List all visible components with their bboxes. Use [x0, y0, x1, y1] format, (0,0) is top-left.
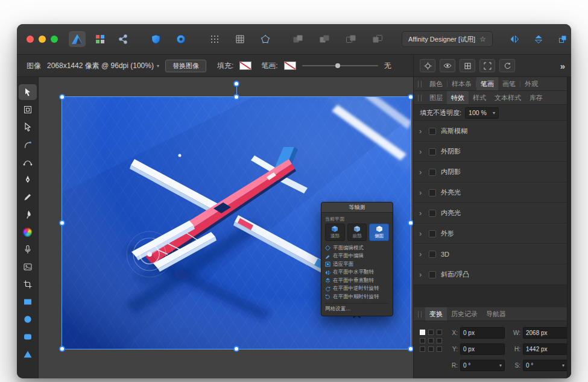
tab-layers[interactable]: 图层 — [425, 91, 447, 104]
anchor-top-center[interactable] — [428, 330, 434, 335]
export-persona-button[interactable] — [115, 31, 131, 47]
effect-row-outer-glow[interactable]: › 外亮光 — [414, 183, 571, 203]
anchor-point-selector[interactable] — [420, 330, 442, 371]
stroke-style-value[interactable]: 无 — [384, 61, 391, 71]
anchor-bottom-center[interactable] — [428, 346, 434, 352]
effect-checkbox[interactable] — [429, 210, 436, 217]
panel-scrollbar[interactable] — [567, 77, 571, 378]
color-picker-tool[interactable] — [19, 242, 37, 257]
effect-row-inner-shadow[interactable]: › 内阴影 — [414, 162, 571, 183]
disclosure-icon[interactable]: › — [419, 231, 424, 237]
disclosure-icon[interactable]: › — [419, 210, 424, 216]
tab-brushes[interactable]: 画笔 — [498, 77, 520, 90]
insert-behind-button[interactable] — [343, 31, 359, 47]
pencil-tool[interactable] — [19, 189, 37, 205]
effect-checkbox[interactable] — [429, 148, 436, 155]
tab-appearance[interactable]: 外观 — [520, 77, 542, 90]
stroke-swatch[interactable] — [284, 61, 296, 70]
canvas[interactable]: 等轴测 当前平面 顶部 — [39, 77, 413, 378]
triangle-tool[interactable] — [19, 346, 37, 362]
disclosure-icon[interactable]: › — [419, 190, 424, 196]
w-input[interactable]: 2068 px — [523, 327, 567, 339]
pixel-persona-button[interactable] — [92, 31, 109, 47]
tab-styles[interactable]: 样式 — [469, 91, 490, 104]
disclosure-icon[interactable]: › — [419, 251, 424, 257]
fill-swatch[interactable] — [239, 61, 251, 70]
effect-checkbox[interactable] — [429, 230, 436, 237]
tab-navigator[interactable]: 导航器 — [482, 307, 510, 321]
move-to-front-button[interactable] — [554, 31, 571, 47]
ellipse-tool[interactable] — [19, 312, 37, 327]
move-tool[interactable] — [19, 84, 37, 100]
tab-history[interactable]: 历史记录 — [447, 307, 482, 321]
rectangle-tool[interactable] — [19, 294, 37, 310]
y-input[interactable]: 0 px — [460, 343, 505, 355]
effect-row-bevel-emboss[interactable]: › 斜面/浮凸 — [414, 265, 571, 285]
disclosure-icon[interactable]: › — [419, 128, 424, 134]
stroke-width-slider[interactable] — [302, 65, 378, 66]
selection-handle-top-middle[interactable] — [233, 94, 239, 100]
iso-item-flip-horizontal[interactable]: 在平面中水平翻转 — [325, 269, 389, 277]
iso-item-fit-plane[interactable]: 适应平面 — [325, 260, 389, 269]
isometric-panel-title[interactable]: 等轴测 — [321, 202, 393, 213]
close-button[interactable] — [27, 36, 34, 43]
disclosure-icon[interactable]: › — [419, 272, 424, 278]
selection-handle-top-left[interactable] — [59, 94, 65, 100]
iso-item-rotate-cw[interactable]: 在平面中顺时针旋转 — [325, 293, 389, 301]
zoom-button[interactable] — [51, 36, 58, 43]
grid-settings-link[interactable]: 网格设置… — [325, 303, 389, 313]
shield-badge-button[interactable] — [147, 31, 164, 47]
document-title-dropdown[interactable]: Affinity Designer [试用] ☆ — [402, 31, 493, 47]
iso-item-edit-in-plane[interactable]: 在平面中编辑 — [325, 252, 389, 261]
anchor-middle-right[interactable] — [437, 338, 442, 343]
designer-persona-button[interactable] — [69, 31, 86, 47]
tab-stroke[interactable]: 笔画 — [476, 77, 498, 90]
iso-item-rotate-ccw[interactable]: 在平面中逆时针旋转 — [325, 285, 389, 293]
effect-checkbox[interactable] — [429, 189, 436, 196]
drag-grip-icon[interactable] — [418, 311, 422, 318]
effect-row-outer-shadow[interactable]: › 外阴影 — [414, 142, 571, 162]
anchor-top-right[interactable] — [437, 330, 442, 335]
disclosure-icon[interactable]: › — [419, 149, 424, 155]
selection-handle-bottom-left[interactable] — [59, 346, 65, 352]
crop-tool[interactable] — [19, 277, 37, 292]
plane-front-button[interactable]: 前部 — [347, 224, 367, 241]
corner-tool[interactable] — [19, 137, 37, 152]
tab-text-styles[interactable]: 文本样式 — [490, 91, 525, 104]
insert-above-button[interactable] — [369, 31, 386, 47]
tab-swatches[interactable]: 样本条 — [447, 77, 476, 90]
snap-center-button[interactable] — [420, 59, 435, 72]
panel-overflow-button[interactable]: » — [560, 61, 565, 71]
color-wheel-tool[interactable] — [19, 224, 37, 240]
selection-handle-middle-right[interactable] — [408, 220, 413, 226]
anchor-bottom-right[interactable] — [437, 346, 442, 352]
rounded-rectangle-tool[interactable] — [19, 329, 37, 345]
effect-checkbox[interactable] — [429, 271, 436, 278]
image-size-dropdown[interactable]: 2068x1442 像素 @ 96dpi (100%) ▾ — [47, 61, 159, 71]
anchor-center[interactable] — [428, 338, 434, 343]
tab-transform[interactable]: 变换 — [425, 307, 447, 321]
selection-handle-bottom-middle[interactable] — [233, 346, 239, 352]
artboard-tool[interactable] — [19, 102, 37, 117]
transform-bounds-button[interactable] — [479, 59, 495, 72]
replace-image-button[interactable]: 替换图像 — [165, 60, 206, 72]
node-select-tool[interactable] — [19, 119, 37, 135]
snap-polygon-button[interactable] — [257, 31, 274, 47]
slider-knob[interactable] — [335, 63, 340, 68]
rotation-handle[interactable] — [233, 81, 239, 87]
iso-section-row[interactable]: 平面编辑模式 — [325, 244, 389, 252]
tab-effects[interactable]: 特效 — [447, 91, 469, 104]
flip-vertical-button[interactable] — [530, 31, 547, 47]
rotation-input[interactable]: 0 ° ▾ — [460, 360, 505, 371]
effect-row-outline[interactable]: › 外形 — [414, 224, 571, 244]
tab-stock[interactable]: 库存 — [525, 91, 547, 104]
effect-row-gaussian-blur[interactable]: › 高斯模糊 — [414, 121, 571, 142]
selection-handle-bottom-right[interactable] — [408, 346, 413, 352]
plane-side-button[interactable]: 侧面 — [369, 224, 389, 241]
drag-grip-icon[interactable] — [418, 81, 422, 87]
disclosure-icon[interactable]: › — [419, 169, 424, 175]
anchor-middle-left[interactable] — [420, 338, 425, 343]
tab-color[interactable]: 颜色 — [425, 77, 447, 90]
effect-checkbox[interactable] — [429, 251, 436, 258]
dot-grid-button[interactable] — [206, 31, 223, 47]
